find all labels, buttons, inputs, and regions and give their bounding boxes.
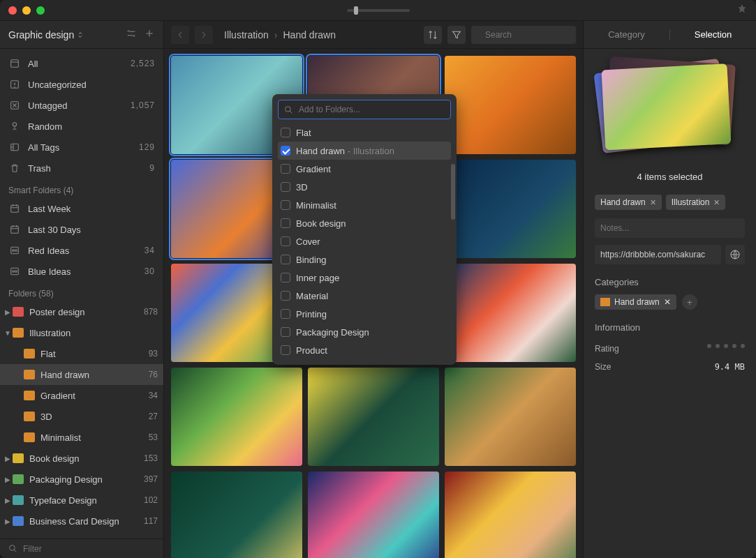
folder-3d[interactable]: 3D27 (0, 406, 163, 427)
open-url-button[interactable] (725, 245, 745, 264)
thumbnail[interactable] (445, 56, 576, 154)
smart-folder-last-week[interactable]: Last Week (0, 198, 163, 219)
thumbnail[interactable] (171, 368, 302, 466)
folder-flat[interactable]: Flat93 (0, 343, 163, 364)
folder-option-flat[interactable]: Flat (278, 123, 451, 142)
folder-option-packaging-design[interactable]: Packaging Design (278, 323, 451, 341)
sidebar-item-all-tags[interactable]: All Tags129 (0, 137, 163, 158)
sidebar-filter-input[interactable] (23, 544, 155, 554)
smart-folder-blue-ideas[interactable]: Blue Ideas30 (0, 261, 163, 282)
checkbox[interactable] (281, 273, 290, 282)
sidebar-item-untagged[interactable]: Untagged1,057 (0, 95, 163, 116)
thumbnail[interactable] (445, 264, 576, 362)
checkbox[interactable] (281, 345, 290, 355)
forward-button[interactable] (195, 26, 213, 44)
folder-option-product[interactable]: Product (278, 341, 451, 359)
folder-illustration[interactable]: ▼Illustration (0, 322, 163, 343)
rating-dots[interactable] (707, 344, 745, 354)
category-chip[interactable]: Hand drawn ✕ (595, 294, 676, 310)
disclosure-caret-icon[interactable]: ▶ (3, 497, 13, 504)
folder-gradient[interactable]: Gradient34 (0, 385, 163, 406)
folder-book-design[interactable]: ▶Book design153 (0, 448, 163, 469)
checkbox[interactable] (281, 146, 290, 156)
smart-folder-red-ideas[interactable]: Red Ideas34 (0, 240, 163, 261)
disclosure-caret-icon[interactable]: ▶ (3, 476, 13, 483)
folder-minimalist[interactable]: Minimalist53 (0, 427, 163, 448)
folder-option-material[interactable]: Material (278, 287, 451, 305)
zoom-thumb[interactable] (354, 6, 358, 15)
thumbnail[interactable] (445, 472, 576, 558)
sidebar-item-all[interactable]: All2,523 (0, 53, 163, 74)
disclosure-caret-icon[interactable]: ▶ (3, 308, 13, 316)
folder-option-gradient[interactable]: Gradient (278, 160, 451, 178)
checkbox[interactable] (281, 164, 290, 174)
checkbox[interactable] (281, 200, 290, 210)
sidebar-filter[interactable] (0, 538, 163, 558)
search-field[interactable] (471, 26, 576, 44)
folder-business-card-design[interactable]: ▶Business Card Design117 (0, 511, 163, 531)
checkbox[interactable] (281, 128, 290, 137)
thumbnail[interactable] (445, 160, 576, 258)
thumbnail[interactable] (445, 368, 576, 466)
breadcrumb-item[interactable]: Illustration (224, 29, 269, 40)
sidebar-item-random[interactable]: Random (0, 116, 163, 137)
notes-field[interactable] (595, 218, 745, 238)
folder-option-printing[interactable]: Printing (278, 305, 451, 323)
filter-button[interactable] (447, 26, 466, 44)
zoom-slider[interactable] (347, 9, 410, 12)
add-category-button[interactable]: + (682, 294, 697, 310)
maximize-window[interactable] (36, 6, 45, 15)
checkbox[interactable] (281, 182, 290, 192)
checkbox[interactable] (281, 291, 290, 301)
checkbox[interactable] (281, 327, 290, 337)
folder-count: 76 (149, 370, 158, 379)
random-icon (8, 120, 21, 133)
breadcrumb-item[interactable]: Hand drawn (283, 29, 336, 40)
tag-chip[interactable]: Illustration✕ (666, 195, 726, 210)
disclosure-caret-icon[interactable]: ▶ (3, 518, 13, 525)
checkbox[interactable] (281, 218, 290, 228)
remove-category-icon[interactable]: ✕ (664, 297, 671, 307)
close-window[interactable] (8, 6, 17, 15)
thumbnail[interactable] (308, 368, 439, 466)
thumbnail[interactable] (171, 472, 302, 558)
checkbox[interactable] (281, 309, 290, 319)
sidebar-item-trash[interactable]: Trash9 (0, 158, 163, 179)
back-button[interactable] (171, 26, 189, 44)
folder-option-cover[interactable]: Cover (278, 232, 451, 250)
folder-typeface-design[interactable]: ▶Typeface Design102 (0, 490, 163, 511)
folder-option-binding[interactable]: Binding (278, 250, 451, 269)
folder-hand-drawn[interactable]: Hand drawn76 (0, 364, 163, 385)
popover-search-input[interactable] (299, 105, 445, 114)
minimize-window[interactable] (22, 6, 31, 15)
remove-tag-icon[interactable]: ✕ (713, 198, 720, 207)
thumbnail[interactable] (308, 472, 439, 558)
remove-tag-icon[interactable]: ✕ (650, 198, 656, 207)
folder-option-inner-page[interactable]: Inner page (278, 269, 451, 287)
folder-option-hand-drawn[interactable]: Hand drawn - Illustration (278, 142, 451, 160)
tag-chip[interactable]: Hand drawn✕ (595, 195, 662, 210)
folder-packaging-design[interactable]: ▶Packaging Design397 (0, 469, 163, 490)
sidebar-swap-icon[interactable] (126, 28, 137, 41)
disclosure-caret-icon[interactable]: ▶ (3, 455, 13, 462)
smart-folder-last-30-days[interactable]: Last 30 Days (0, 219, 163, 240)
library-switcher[interactable]: Graphic design (8, 29, 119, 40)
sidebar-add-icon[interactable] (144, 28, 155, 41)
url-field[interactable] (595, 245, 721, 264)
sidebar-item-uncategorized[interactable]: Uncategorized (0, 74, 163, 95)
tab-category[interactable]: Category (584, 21, 669, 48)
pin-icon[interactable] (736, 3, 748, 17)
disclosure-caret-icon[interactable]: ▼ (3, 329, 13, 337)
folder-poster-design[interactable]: ▶Poster design878 (0, 301, 163, 322)
checkbox[interactable] (281, 255, 290, 264)
popover-search[interactable] (278, 100, 451, 119)
checkbox[interactable] (281, 236, 290, 246)
tab-selection[interactable]: Selection (670, 21, 756, 48)
folder-option-minimalist[interactable]: Minimalist (278, 196, 451, 214)
folder-option-book-design[interactable]: Book design (278, 214, 451, 232)
folder-option-3d[interactable]: 3D (278, 178, 451, 196)
folder-label: Packaging Design (29, 474, 144, 485)
popover-scrollbar[interactable] (451, 164, 455, 220)
sort-button[interactable] (424, 26, 442, 44)
search-input[interactable] (485, 30, 590, 40)
